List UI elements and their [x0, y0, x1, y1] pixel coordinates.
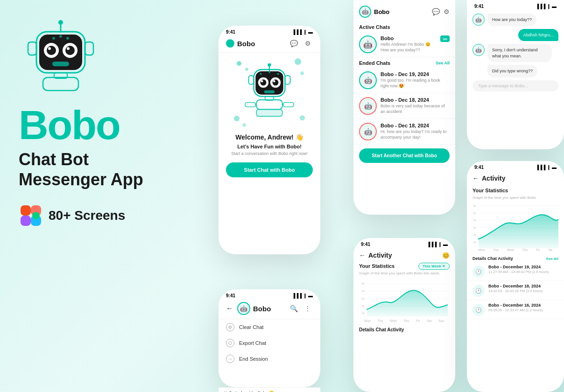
x-full-mon: Mon	[479, 248, 485, 252]
phone-welcome: 9:41 ▐▐▐ ❙ ▬ Bobo 💬 ⚙	[219, 26, 320, 254]
bot-msg-2-bubble: Sorry, I don't understand what you mean.	[487, 44, 552, 62]
phone1-title-row: Bobo	[226, 39, 255, 48]
end-session-item[interactable]: → End Session	[219, 351, 320, 367]
svg-rect-43	[245, 102, 255, 106]
phone3-header: 🤖 Bobo 💬 ⚙	[353, 0, 455, 21]
user-msg-1: Abdhsh fshgru...	[472, 29, 558, 42]
svg-rect-41	[256, 109, 282, 116]
detail-info-2: Bobo - December 18, 2024 14:42:53 - 16:4…	[488, 284, 558, 293]
active-chat-info: Bobo Hello Andrew! I'm Bobo 😊How are you…	[381, 35, 437, 53]
time-1: 9:41	[226, 29, 235, 35]
ended-chat-3-preview: Hi, how are you today? I'm ready to acco…	[381, 129, 450, 140]
screens-count: 80+ Screens	[49, 208, 125, 223]
signal-4: ▐▐▐ ❙ ▬	[427, 242, 448, 247]
detail-icon-2: 🕐	[472, 285, 485, 297]
details-label-full: Details Chat Activity	[472, 256, 513, 261]
figma-icon	[19, 203, 43, 228]
svg-point-11	[67, 47, 70, 50]
bot-msg-3-row: Did you type wrong??	[472, 65, 558, 77]
svg-rect-35	[264, 90, 275, 93]
ended-chat-2-info: Bobo - Dec 18, 2024 Bobo is very sad tod…	[381, 97, 450, 114]
ended-chat-3[interactable]: 🤖 Bobo - Dec 18, 2024 Hi, how are you to…	[353, 119, 455, 145]
phone3-chat-icon[interactable]: 💬	[432, 8, 440, 15]
svg-text:1h: 1h	[362, 312, 365, 315]
clear-chat-icon: ⊙	[226, 323, 234, 331]
activity-smiley-icon[interactable]: 😊	[442, 252, 450, 259]
settings-icon[interactable]: ⚙	[303, 38, 313, 49]
robot-phone-icon	[241, 63, 297, 124]
phone3-title: Bobo	[374, 8, 389, 15]
phone2-title-row: 🤖 Bobo	[237, 302, 271, 315]
more-icon[interactable]: ⋮	[303, 303, 313, 314]
detail-icon-1: 🕐	[472, 266, 485, 278]
deco-dot-7	[300, 115, 305, 120]
svg-text:5h: 5h	[473, 211, 476, 215]
ended-chat-2-name: Bobo - Dec 18, 2024	[381, 97, 450, 103]
svg-rect-25	[248, 76, 254, 84]
x-full-tue: Tue	[493, 248, 499, 252]
phone-chats-list: 🤖 Bobo 💬 ⚙ Active Chats 🤖 Bobo Hello And…	[353, 0, 455, 215]
svg-text:2h: 2h	[362, 305, 365, 308]
clear-chat-label: Clear Chat	[239, 324, 264, 330]
svg-point-17	[66, 37, 69, 40]
brand-title: Bobo	[19, 105, 196, 146]
svg-point-9	[65, 46, 75, 55]
ended-chat-2[interactable]: 🤖 Bobo - Dec 18, 2024 Bobo is very sad t…	[353, 93, 455, 119]
graph-x-labels-small: Mon Tue Wed Thu Fri Sat Sun	[359, 319, 450, 322]
svg-text:2h: 2h	[473, 233, 476, 237]
graph-desc-full: Graph of the time you spent with Bobo	[472, 196, 558, 200]
svg-point-38	[277, 72, 279, 75]
svg-point-31	[261, 79, 267, 85]
svg-point-37	[268, 71, 271, 73]
detail-item-1[interactable]: 🕐 Bobo - December 19, 2024 11:27:35 AM -…	[467, 262, 564, 281]
stats-title-small: Your Statistics	[359, 263, 395, 269]
chat-icon[interactable]: 💬	[289, 38, 299, 49]
x-label-sat: Sat	[427, 319, 432, 322]
clear-chat-item[interactable]: ⊙ Clear Chat	[219, 319, 320, 335]
ended-chat-1-name: Bobo - Dec 19, 2024	[381, 71, 450, 77]
activity-title-small: Activity	[368, 252, 392, 259]
svg-point-34	[273, 80, 275, 82]
graph-x-labels-full: Mon Tue Wed Thu Fri Sa	[472, 248, 558, 252]
svg-point-22	[32, 212, 40, 219]
x-label-wed: Wed	[390, 319, 396, 322]
type-message-input[interactable]: Type a message to Bobo...	[472, 80, 558, 91]
activity-title-full: Activity	[482, 175, 506, 182]
detail-item-2[interactable]: 🕐 Bobo - December 18, 2024 14:42:53 - 16…	[467, 281, 564, 300]
phone3-icons: 💬 ⚙	[432, 8, 450, 15]
chat-preview-strip: Hello Andrew! I'm Bobo 😊 How are you tod…	[219, 387, 320, 392]
signal-2: ▐▐▐ ❙ ▬	[292, 293, 313, 298]
start-chat-button[interactable]: Start Chat with Bobo	[226, 162, 313, 177]
phone2-title: Bobo	[253, 305, 271, 313]
phone3-title-row: 🤖 Bobo	[359, 6, 389, 18]
see-all-details[interactable]: See All	[546, 257, 558, 261]
back-arrow-4[interactable]: ←	[359, 252, 366, 259]
export-chat-item[interactable]: ⬡ Export Chat	[219, 335, 320, 351]
ended-chat-3-name: Bobo - Dec 18, 2024	[381, 123, 450, 128]
svg-rect-18	[21, 205, 31, 216]
phone3-settings-icon[interactable]: ⚙	[444, 8, 450, 15]
detail-name-3: Bobo - December 16, 2024	[488, 303, 558, 308]
phone-chat-menu: 9:41 ▐▐▐ ❙ ▬ ← 🤖 Bobo 🔍 ⋮ ⊙ Clear Chat ⬡…	[219, 289, 320, 387]
svg-rect-20	[21, 216, 31, 226]
ended-chat-1[interactable]: 🤖 Bobo - Dec 19, 2024 I'm good too. I'm …	[353, 68, 455, 93]
welcome-subtitle: Let's Have Fun with Bobo!	[226, 144, 313, 149]
stats-section-full: Your Statistics Graph of the time you sp…	[467, 184, 564, 253]
welcome-content: Welcome, Andrew! 👋 Let's Have Fun with B…	[219, 53, 320, 182]
signal-6: ▐▐▐ ❙ ▬	[536, 165, 557, 170]
start-another-button[interactable]: Start Another Chat with Bobo	[359, 148, 450, 163]
back-arrow-2[interactable]: ←	[226, 304, 233, 313]
bot-msg-2-row: 🤖 Sorry, I don't understand what you mea…	[472, 44, 558, 62]
svg-point-8	[47, 46, 56, 55]
back-arrow-6[interactable]: ←	[472, 175, 479, 182]
signal-icons: ▐▐▐ ❙ ▬	[292, 29, 313, 35]
welcome-greeting: Welcome, Andrew! 👋	[226, 133, 313, 141]
active-chat-item[interactable]: 🤖 Bobo Hello Andrew! I'm Bobo 😊How are y…	[353, 32, 455, 57]
this-week-badge-small[interactable]: This Week ✕	[418, 263, 450, 270]
see-all-ended[interactable]: See All	[436, 61, 450, 65]
svg-text:6h: 6h	[473, 204, 476, 208]
detail-item-3[interactable]: 🕐 Bobo - December 16, 2024 09:29:25 - 10…	[467, 300, 564, 319]
search-icon[interactable]: 🔍	[289, 303, 299, 314]
subtitle-2: Messenger App	[19, 169, 196, 189]
svg-rect-26	[285, 76, 290, 84]
